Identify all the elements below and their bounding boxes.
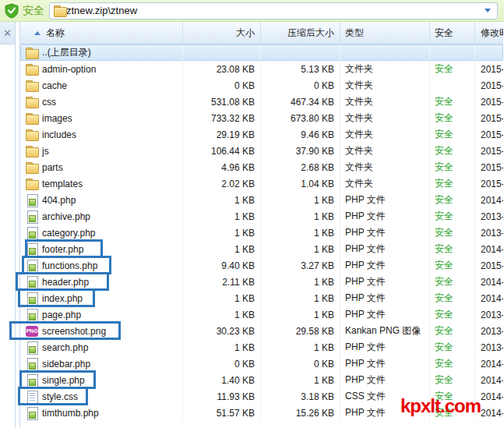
php-file-icon — [26, 260, 38, 271]
folder-icon — [26, 161, 38, 173]
file-size-cell: 1 KB — [183, 192, 261, 208]
file-safe-status-cell: 安全 — [430, 372, 475, 388]
file-row[interactable]: index.php1 KB1 KBPHP 文件安全2014- — [20, 290, 503, 306]
file-compressed-size-cell — [261, 44, 340, 61]
file-name[interactable]: footer.php — [42, 244, 83, 255]
column-header-safe[interactable]: 安全 — [430, 22, 475, 44]
file-compressed-size-cell: 29.58 KB — [261, 323, 340, 339]
file-row[interactable]: js106.44 KB37.90 KB文件夹安全2015- — [20, 143, 503, 159]
column-header-name[interactable]: 名称 — [20, 22, 183, 44]
file-name[interactable]: images — [42, 113, 72, 124]
file-modified-cell: 2015- — [475, 257, 503, 274]
file-row[interactable]: images733.32 KB673.80 KB文件夹安全2015- — [20, 110, 503, 126]
file-name[interactable]: functions.php — [42, 260, 97, 271]
file-name[interactable]: ..(上层目录) — [42, 46, 91, 59]
file-modified-cell: 2015- — [475, 77, 503, 94]
column-header-size[interactable]: 大小 — [183, 22, 261, 44]
file-name[interactable]: parts — [42, 162, 63, 173]
file-row[interactable]: archive.php1 KB1 KBPHP 文件安全2013- — [20, 208, 503, 225]
file-compressed-size-cell: 1 KB — [261, 192, 340, 208]
file-name[interactable]: category.php — [42, 228, 96, 239]
file-row[interactable]: css531.08 KB467.34 KB文件夹安全2015- — [20, 94, 503, 110]
file-row[interactable]: PNGscreenshot.png30.23 KB29.58 KBKankan … — [20, 323, 503, 339]
file-row[interactable]: header.php2.11 KB1 KBPHP 文件安全2014- — [20, 274, 503, 290]
file-row[interactable]: 404.php1 KB1 KBPHP 文件安全2014- — [20, 192, 503, 208]
watermark-text: kpxlt.com — [400, 395, 481, 417]
file-row[interactable]: footer.php1 KB1 KBPHP 文件安全2014- — [20, 241, 503, 257]
file-size-cell: 1.40 KB — [183, 372, 261, 388]
file-name[interactable]: 404.php — [42, 195, 76, 206]
file-name[interactable]: templates — [42, 179, 83, 189]
folder-icon — [26, 178, 38, 189]
php-file-icon — [26, 374, 38, 386]
file-name[interactable]: cache — [42, 80, 67, 91]
file-name-cell: footer.php — [20, 241, 183, 257]
file-type-cell: PHP 文件 — [340, 192, 430, 208]
file-name[interactable]: screenshot.png — [42, 326, 106, 337]
column-header-compressed[interactable]: 压缩后大小 — [261, 22, 340, 44]
file-name[interactable]: timthumb.php — [42, 408, 99, 419]
file-modified-cell: 2015- — [475, 143, 503, 159]
file-name-cell: parts — [20, 159, 183, 175]
file-size-cell: 11.93 KB — [183, 388, 261, 405]
file-modified-cell: 2013- — [475, 225, 503, 241]
file-compressed-size-cell: 1 KB — [261, 372, 340, 388]
file-row[interactable]: sidebar.php0 KB0 KBPHP 文件安全2014- — [20, 355, 503, 372]
address-bar[interactable]: ztnew.zip\ztnew — [49, 2, 498, 19]
file-size-cell: 29.19 KB — [183, 126, 261, 143]
file-name-cell: cache — [20, 77, 183, 94]
file-name[interactable]: includes — [42, 129, 76, 140]
file-list-panel: ✕ 名称 大小 压缩后大小 类型 安全 修改时间 ..(上层目录)admin-o… — [0, 22, 504, 428]
file-row[interactable]: parts4.96 KB2.68 KB文件夹安全2015- — [20, 159, 503, 175]
file-name[interactable]: admin-option — [42, 64, 96, 75]
php-file-icon — [26, 358, 38, 370]
file-name-cell: timthumb.php — [20, 405, 183, 421]
file-name[interactable]: js — [42, 146, 49, 157]
file-type-cell: 文件夹 — [340, 94, 430, 110]
column-header-type[interactable]: 类型 — [340, 22, 430, 44]
file-compressed-size-cell: 1 KB — [261, 274, 340, 290]
file-name[interactable]: index.php — [42, 293, 83, 304]
file-name-cell: sidebar.php — [20, 355, 183, 372]
php-file-icon — [26, 341, 38, 353]
file-size-cell: 23.08 KB — [183, 61, 261, 77]
file-row[interactable]: single.php1.40 KB1 KBPHP 文件安全2014- — [20, 372, 503, 388]
file-compressed-size-cell: 467.34 KB — [261, 94, 340, 110]
file-safe-status-cell: 安全 — [430, 290, 475, 306]
file-name[interactable]: header.php — [42, 277, 89, 288]
file-row[interactable]: ..(上层目录) — [20, 44, 503, 61]
file-row[interactable]: cache0 KB0 KB文件夹2015- — [20, 77, 503, 94]
file-size-cell: 531.08 KB — [183, 94, 261, 110]
file-name-cell: admin-option — [20, 61, 183, 77]
file-safe-status-cell: 安全 — [430, 175, 475, 192]
file-compressed-size-cell: 1 KB — [261, 290, 340, 306]
file-row[interactable]: includes29.19 KB9.46 KB文件夹安全2015- — [20, 126, 503, 143]
file-name[interactable]: single.php — [42, 375, 85, 386]
archive-path[interactable]: ztnew.zip\ztnew — [66, 5, 485, 16]
dropdown-arrow-icon[interactable] — [485, 9, 491, 12]
file-name[interactable]: css — [42, 97, 56, 108]
file-row[interactable]: admin-option23.08 KB5.13 KB文件夹安全2015- — [20, 61, 503, 77]
folder-icon — [26, 80, 38, 91]
file-row[interactable]: templates2.02 KB1.04 KB文件夹安全2015- — [20, 175, 503, 192]
file-name[interactable]: archive.php — [42, 211, 90, 222]
file-name[interactable]: page.php — [42, 310, 81, 320]
file-size-cell: 1 KB — [183, 306, 261, 323]
file-row[interactable]: search.php1 KB1 KBPHP 文件安全2013- — [20, 339, 503, 355]
file-size-cell — [183, 44, 261, 61]
file-name[interactable]: sidebar.php — [42, 359, 90, 370]
file-row[interactable]: functions.php9.40 KB3.27 KBPHP 文件安全2015- — [20, 257, 503, 274]
column-header-modified[interactable]: 修改时间 — [475, 22, 503, 44]
file-type-cell: PHP 文件 — [340, 241, 430, 257]
file-type-cell: PHP 文件 — [340, 225, 430, 241]
file-modified-cell: 2014- — [475, 290, 503, 306]
file-name[interactable]: search.php — [42, 342, 88, 353]
file-table: 名称 大小 压缩后大小 类型 安全 修改时间 ..(上层目录)admin-opt… — [19, 22, 503, 428]
file-row[interactable]: page.php1 KB1 KBPHP 文件安全2013- — [20, 306, 503, 323]
close-button[interactable]: ✕ — [0, 22, 15, 44]
file-safe-status-cell: 安全 — [430, 355, 475, 372]
file-row[interactable]: category.php1 KB1 KBPHP 文件安全2013- — [20, 225, 503, 241]
file-size-cell: 9.40 KB — [183, 257, 261, 274]
file-name-cell: header.php — [20, 274, 183, 290]
file-name[interactable]: style.css — [42, 391, 78, 402]
